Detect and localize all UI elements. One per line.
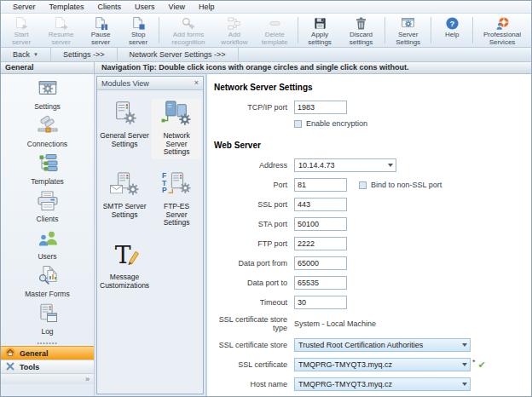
- sidebar-item-log[interactable]: Log: [1, 302, 94, 340]
- sidebar-overflow-strip: »: [1, 373, 94, 384]
- delete-template-icon: [268, 16, 282, 31]
- cert-store-combobox[interactable]: Trusted Root Certification Authorities: [294, 338, 471, 352]
- help-button[interactable]: ? Help: [433, 14, 471, 46]
- menu-clients[interactable]: Clients: [91, 2, 129, 12]
- enable-encryption-checkbox[interactable]: [294, 120, 302, 128]
- discard-settings-button[interactable]: Discard settings: [339, 14, 383, 46]
- smtp-server-settings-icon: [108, 171, 141, 201]
- address-combobox[interactable]: 10.14.4.73: [294, 158, 396, 172]
- ftp-port-input[interactable]: [294, 237, 347, 250]
- module-label: General Server Settings: [100, 132, 149, 149]
- nav-tools-label: Tools: [20, 363, 39, 371]
- settings-icon: [37, 78, 59, 101]
- server-settings-button[interactable]: Server Settings: [387, 14, 429, 46]
- module-label: SMTP Server Settings: [100, 203, 149, 220]
- timeout-input[interactable]: [294, 296, 347, 309]
- close-icon[interactable]: ×: [194, 79, 199, 87]
- sidebar-item-connections[interactable]: Connections: [1, 115, 94, 152]
- tcp-ip-port-input[interactable]: [294, 101, 347, 114]
- dropdown-arrow-icon: [460, 378, 470, 390]
- sta-port-input[interactable]: [294, 217, 347, 231]
- breadcrumb-settings-button[interactable]: Settings ->>: [51, 48, 118, 61]
- module-message-customizations[interactable]: T Message Customizations: [99, 240, 150, 292]
- menubar: Server Templates Clients Users View Help: [1, 1, 531, 14]
- professional-services-button[interactable]: Professional Services: [475, 14, 529, 46]
- sidebar-item-master-forms[interactable]: Master Forms: [1, 265, 94, 302]
- module-ftp-es-server-settings[interactable]: FTP FTP-ES Server Settings: [152, 170, 201, 230]
- sidebar-item-users[interactable]: Users: [1, 227, 94, 265]
- pause-server-icon: [94, 16, 108, 31]
- sidebar-nav-tools[interactable]: Tools: [1, 360, 94, 373]
- stop-server-icon: [131, 16, 146, 31]
- menu-users[interactable]: Users: [128, 2, 162, 12]
- data-port-from-label: Data port from: [214, 259, 294, 268]
- section-web-server: Web Server: [214, 141, 531, 150]
- clients-icon: [37, 190, 59, 214]
- network-server-settings-form: Network Server Settings TCP/IP port Enab…: [205, 74, 531, 396]
- sidebar-item-clients[interactable]: Clients: [1, 190, 94, 227]
- navigation-tip: Navigation Tip: Double click icons with …: [95, 62, 531, 74]
- sta-port-row: STA port: [214, 217, 531, 231]
- module-network-server-settings[interactable]: Network Server Settings: [152, 99, 201, 159]
- data-port-to-row: Data port to: [214, 276, 531, 290]
- sidebar-item-label: Clients: [37, 215, 59, 223]
- ssl-port-input[interactable]: [294, 198, 347, 211]
- add-forms-recognition-button: Add forms recognition: [161, 14, 216, 46]
- menu-help[interactable]: Help: [192, 2, 222, 12]
- bind-non-ssl-checkbox[interactable]: [359, 181, 367, 189]
- ssl-certificate-combobox[interactable]: TMQPRG-TMYQT3.myq.cz: [294, 358, 471, 371]
- sidebar-item-templates[interactable]: Templates: [1, 152, 94, 190]
- menu-view[interactable]: View: [162, 2, 192, 12]
- chevron-down-icon: ▼: [33, 52, 38, 57]
- help-icon: ?: [445, 16, 460, 31]
- pause-server-button[interactable]: Pause server: [82, 14, 119, 46]
- users-icon: [37, 227, 59, 251]
- data-port-from-input[interactable]: [294, 256, 347, 270]
- breadcrumb-back-button[interactable]: Back▼: [1, 48, 51, 61]
- port-row: Port Bind to non-SSL port: [214, 178, 531, 192]
- sidebar-nav-general[interactable]: General: [1, 346, 94, 360]
- resume-server-icon: [54, 16, 68, 31]
- port-input[interactable]: [294, 178, 347, 192]
- section-network-server-settings: Network Server Settings: [214, 83, 531, 92]
- dropdown-arrow-icon: [460, 359, 470, 371]
- chevron-overflow-icon[interactable]: »: [85, 375, 90, 383]
- module-general-server-settings[interactable]: General Server Settings: [99, 99, 150, 159]
- stop-server-button[interactable]: Stop server: [119, 14, 157, 46]
- address-row: Address 10.14.4.73: [214, 158, 531, 172]
- add-forms-recognition-icon: [181, 16, 195, 31]
- start-server-button: Start server: [3, 14, 40, 46]
- cert-store-row: SSL certificate store Trusted Root Certi…: [214, 338, 531, 352]
- ssl-certificate-label: SSL certificate: [214, 360, 294, 369]
- menu-server[interactable]: Server: [6, 2, 43, 12]
- address-value: 10.14.4.73: [295, 161, 385, 170]
- ftp-port-row: FTP port: [214, 237, 531, 250]
- add-workflow-label: Add workflow: [218, 31, 251, 46]
- host-name-combobox[interactable]: TMQPRG-TMYQT3.myq.cz: [294, 377, 471, 391]
- apply-settings-button[interactable]: Apply settings: [300, 14, 339, 46]
- breadcrumb-network-server-settings-button[interactable]: Network Server Settings ->>: [118, 48, 239, 61]
- back-label: Back: [13, 50, 30, 59]
- modules-panel-header: Modules View ×: [97, 77, 203, 90]
- professional-services-label: Professional Services: [477, 31, 527, 46]
- module-smtp-server-settings[interactable]: SMTP Server Settings: [99, 170, 150, 230]
- resume-server-button: Resume server: [40, 14, 82, 46]
- sidebar-item-settings[interactable]: Settings: [1, 78, 94, 115]
- sta-port-label: STA port: [214, 220, 294, 228]
- sidebar-item-label: Connections: [27, 140, 67, 148]
- data-port-to-input[interactable]: [294, 276, 347, 290]
- cert-store-type-label: SSL certificate store type: [214, 315, 294, 332]
- menu-templates[interactable]: Templates: [43, 2, 91, 12]
- module-label: FTP-ES Server Settings: [153, 203, 200, 227]
- sidebar-splitter[interactable]: •••••••: [1, 340, 94, 346]
- server-settings-icon: [401, 16, 415, 31]
- cert-store-value: Trusted Root Certification Authorities: [295, 341, 460, 349]
- host-name-value: TMQPRG-TMYQT3.myq.cz: [295, 380, 460, 388]
- ftp-es-server-settings-icon: FTP: [160, 171, 193, 201]
- toolbar: Start server Resume server Pause server …: [1, 14, 531, 48]
- port-label: Port: [214, 181, 294, 189]
- ssl-port-label: SSL port: [214, 200, 294, 209]
- toolbar-separator: [159, 17, 159, 43]
- host-name-label: Host name: [214, 380, 294, 388]
- svg-text:T: T: [115, 242, 131, 269]
